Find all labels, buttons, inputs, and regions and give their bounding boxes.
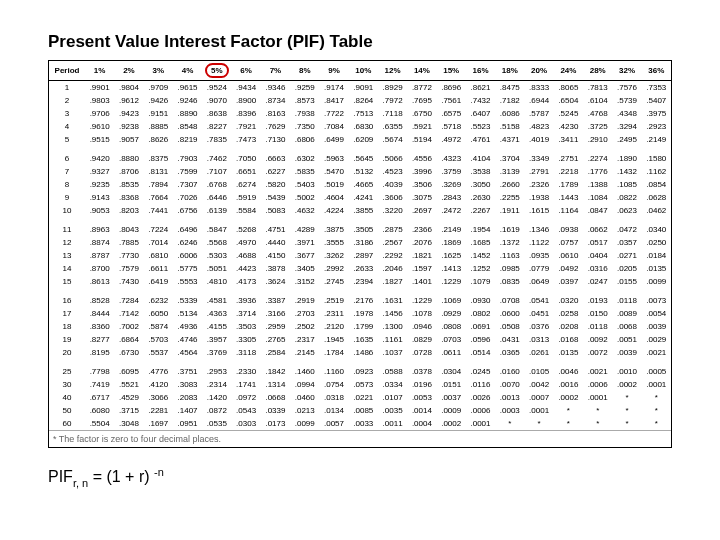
value-cell: .9434 [231, 81, 260, 95]
value-cell: .8621 [466, 81, 495, 95]
value-cell: .2176 [349, 294, 378, 307]
value-cell: .0994 [290, 378, 319, 391]
value-cell: .4019 [524, 133, 553, 146]
value-cell: .1346 [524, 223, 553, 236]
table-row: 16.8528.7284.6232.5339.4581.3936.3387.29… [49, 294, 671, 307]
value-cell: .1456 [378, 307, 407, 320]
value-cell: .1697 [144, 417, 173, 430]
value-cell: .7903 [173, 152, 202, 165]
period-cell: 20 [49, 346, 85, 359]
value-cell: .0271 [612, 249, 641, 262]
value-cell: .2145 [290, 346, 319, 359]
value-cell: .0016 [554, 378, 583, 391]
value-cell: .1372 [495, 236, 524, 249]
value-cell: .0039 [642, 320, 671, 333]
value-cell: .1911 [495, 204, 524, 217]
value-cell: .0250 [642, 236, 671, 249]
value-cell: .0320 [554, 294, 583, 307]
value-cell: .3139 [495, 165, 524, 178]
value-cell: .8396 [231, 107, 260, 120]
value-cell: .9235 [85, 178, 114, 191]
period-cell: 9 [49, 191, 85, 204]
value-cell: .3538 [466, 165, 495, 178]
value-cell: * [524, 417, 553, 430]
value-cell: .0708 [495, 294, 524, 307]
value-cell: .0535 [202, 417, 231, 430]
value-cell: .3405 [290, 262, 319, 275]
value-cell: .0623 [612, 204, 641, 217]
value-cell: .3725 [583, 120, 612, 133]
value-cell: .0649 [524, 275, 553, 288]
value-cell: .6730 [114, 346, 143, 359]
value-cell: .1619 [495, 223, 524, 236]
value-cell: .8333 [524, 81, 553, 95]
value-cell: .0013 [495, 391, 524, 404]
value-cell: .9327 [85, 165, 114, 178]
value-cell: .7084 [319, 120, 348, 133]
value-cell: .4224 [319, 204, 348, 217]
value-cell: .5674 [378, 133, 407, 146]
col-header: 18% [495, 61, 524, 81]
value-cell: * [554, 417, 583, 430]
period-cell: 40 [49, 391, 85, 404]
value-cell: .4363 [202, 307, 231, 320]
value-cell: .5787 [524, 107, 553, 120]
period-cell: 60 [49, 417, 85, 430]
value-cell: .0092 [583, 333, 612, 346]
value-cell: .2311 [319, 307, 348, 320]
value-cell: .6246 [173, 236, 202, 249]
value-cell: .0021 [642, 346, 671, 359]
value-cell: .0118 [583, 320, 612, 333]
value-cell: .7002 [114, 320, 143, 333]
value-cell: .7813 [583, 81, 612, 95]
value-cell: .3186 [349, 236, 378, 249]
value-cell: .0006 [583, 378, 612, 391]
value-cell: .3503 [231, 320, 260, 333]
value-cell: .4556 [407, 152, 436, 165]
value-cell: .8890 [173, 107, 202, 120]
value-cell: .8227 [202, 120, 231, 133]
value-cell: .3751 [173, 365, 202, 378]
table-row: 50.6080.3715.2281.1407.0872.0543.0339.02… [49, 404, 671, 417]
value-cell: .0005 [642, 365, 671, 378]
value-cell: .7224 [144, 223, 173, 236]
value-cell: .7513 [349, 107, 378, 120]
value-cell: .0107 [378, 391, 407, 404]
period-cell: 13 [49, 249, 85, 262]
value-cell: * [642, 417, 671, 430]
value-cell: .2519 [319, 294, 348, 307]
value-cell: .0105 [524, 365, 553, 378]
value-cell: .7419 [85, 378, 114, 391]
value-cell: .9803 [85, 94, 114, 107]
value-cell: .3971 [290, 236, 319, 249]
value-cell: .5645 [349, 152, 378, 165]
value-cell: .4440 [261, 236, 290, 249]
value-cell: .6355 [378, 120, 407, 133]
value-cell: .0173 [261, 417, 290, 430]
period-cell: 16 [49, 294, 85, 307]
value-cell: * [495, 417, 524, 430]
value-cell: .0070 [495, 378, 524, 391]
value-cell: .4581 [202, 294, 231, 307]
value-cell: .0221 [349, 391, 378, 404]
value-cell: .0757 [554, 236, 583, 249]
value-cell: .1938 [524, 191, 553, 204]
value-cell: .0808 [437, 320, 466, 333]
formula-superscript: -n [154, 466, 164, 478]
value-cell: .5703 [144, 333, 173, 346]
value-cell: .2751 [554, 152, 583, 165]
value-cell: .0835 [495, 275, 524, 288]
table-row: 18.8360.7002.5874.4936.4155.3503.2959.25… [49, 320, 671, 333]
value-cell: .1160 [319, 365, 348, 378]
value-cell: .1401 [407, 275, 436, 288]
value-cell: .0662 [583, 223, 612, 236]
value-cell: .3387 [261, 294, 290, 307]
value-cell: .6768 [202, 178, 231, 191]
value-cell: .0508 [495, 320, 524, 333]
value-cell: .0042 [524, 378, 553, 391]
value-cell: .1388 [583, 178, 612, 191]
value-cell: .9091 [349, 81, 378, 95]
value-cell: .7130 [261, 133, 290, 146]
col-header: 32% [612, 61, 641, 81]
value-cell: .3555 [319, 236, 348, 249]
